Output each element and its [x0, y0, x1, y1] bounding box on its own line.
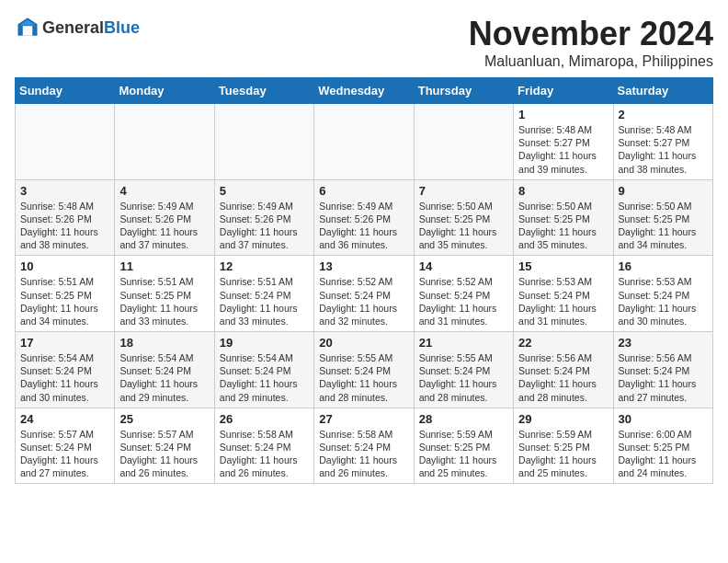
logo-blue: Blue [104, 18, 140, 37]
day-info: Sunrise: 5:57 AM Sunset: 5:24 PM Dayligh… [119, 428, 209, 480]
day-info: Sunrise: 5:51 AM Sunset: 5:25 PM Dayligh… [20, 275, 109, 327]
table-row: 22Sunrise: 5:56 AM Sunset: 5:24 PM Dayli… [514, 332, 613, 408]
day-info: Sunrise: 5:48 AM Sunset: 5:27 PM Dayligh… [518, 123, 608, 176]
day-info: Sunrise: 5:57 AM Sunset: 5:24 PM Dayligh… [20, 428, 109, 480]
day-number: 1 [518, 108, 608, 121]
col-tuesday: Tuesday [214, 78, 313, 104]
day-number: 27 [319, 412, 408, 426]
calendar-week-row: 10Sunrise: 5:51 AM Sunset: 5:25 PM Dayli… [16, 256, 713, 332]
day-number: 28 [419, 412, 508, 426]
day-info: Sunrise: 5:56 AM Sunset: 5:24 PM Dayligh… [518, 351, 608, 404]
day-number: 11 [119, 259, 209, 273]
day-info: Sunrise: 5:49 AM Sunset: 5:26 PM Dayligh… [319, 200, 408, 252]
table-row: 27Sunrise: 5:58 AM Sunset: 5:24 PM Dayli… [314, 408, 414, 484]
day-info: Sunrise: 5:52 AM Sunset: 5:24 PM Dayligh… [419, 275, 508, 327]
calendar-week-row: 17Sunrise: 5:54 AM Sunset: 5:24 PM Dayli… [16, 332, 713, 408]
table-row: 4Sunrise: 5:49 AM Sunset: 5:26 PM Daylig… [115, 179, 214, 256]
day-info: Sunrise: 5:56 AM Sunset: 5:24 PM Dayligh… [619, 351, 708, 404]
day-number: 18 [119, 336, 209, 350]
day-info: Sunrise: 5:55 AM Sunset: 5:24 PM Dayligh… [419, 351, 508, 404]
logo-general: General [42, 18, 104, 37]
day-number: 8 [518, 184, 608, 198]
day-number: 17 [20, 336, 109, 350]
col-saturday: Saturday [613, 78, 712, 104]
calendar-week-row: 24Sunrise: 5:57 AM Sunset: 5:24 PM Dayli… [16, 408, 713, 484]
day-info: Sunrise: 5:49 AM Sunset: 5:26 PM Dayligh… [119, 200, 209, 252]
table-row: 6Sunrise: 5:49 AM Sunset: 5:26 PM Daylig… [314, 179, 414, 256]
title-block: November 2024 Maluanluan, Mimaropa, Phil… [469, 15, 713, 70]
day-number: 24 [20, 412, 109, 426]
table-row: 19Sunrise: 5:54 AM Sunset: 5:24 PM Dayli… [214, 332, 313, 408]
table-row: 24Sunrise: 5:57 AM Sunset: 5:24 PM Dayli… [16, 408, 115, 484]
day-number: 16 [619, 259, 708, 273]
day-info: Sunrise: 5:50 AM Sunset: 5:25 PM Dayligh… [518, 200, 608, 252]
table-row: 12Sunrise: 5:51 AM Sunset: 5:24 PM Dayli… [214, 256, 313, 332]
day-number: 13 [319, 259, 408, 273]
table-row: 16Sunrise: 5:53 AM Sunset: 5:24 PM Dayli… [613, 256, 712, 332]
day-number: 6 [319, 184, 408, 198]
location-subtitle: Maluanluan, Mimaropa, Philippines [469, 53, 713, 70]
table-row: 1Sunrise: 5:48 AM Sunset: 5:27 PM Daylig… [514, 104, 613, 180]
table-row: 11Sunrise: 5:51 AM Sunset: 5:25 PM Dayli… [115, 256, 214, 332]
day-number: 15 [518, 259, 608, 273]
logo-text: GeneralBlue [42, 18, 140, 38]
page-header: GeneralBlue November 2024 Maluanluan, Mi… [15, 15, 713, 70]
day-info: Sunrise: 5:58 AM Sunset: 5:24 PM Dayligh… [319, 428, 408, 480]
table-row [115, 104, 214, 180]
table-row: 25Sunrise: 5:57 AM Sunset: 5:24 PM Dayli… [115, 408, 214, 484]
day-info: Sunrise: 5:48 AM Sunset: 5:27 PM Dayligh… [619, 123, 708, 176]
table-row: 26Sunrise: 5:58 AM Sunset: 5:24 PM Dayli… [214, 408, 313, 484]
col-sunday: Sunday [16, 78, 115, 104]
logo: GeneralBlue [15, 15, 140, 40]
day-number: 7 [419, 184, 508, 198]
day-info: Sunrise: 5:50 AM Sunset: 5:25 PM Dayligh… [619, 200, 708, 252]
table-row: 29Sunrise: 5:59 AM Sunset: 5:25 PM Dayli… [514, 408, 613, 484]
day-number: 23 [619, 336, 708, 350]
col-friday: Friday [514, 78, 613, 104]
day-number: 3 [20, 184, 109, 198]
calendar-header-row: Sunday Monday Tuesday Wednesday Thursday… [16, 78, 713, 104]
day-number: 26 [220, 412, 309, 426]
day-info: Sunrise: 5:55 AM Sunset: 5:24 PM Dayligh… [319, 351, 408, 404]
day-info: Sunrise: 5:51 AM Sunset: 5:24 PM Dayligh… [220, 275, 309, 327]
table-row: 23Sunrise: 5:56 AM Sunset: 5:24 PM Dayli… [613, 332, 712, 408]
day-info: Sunrise: 5:50 AM Sunset: 5:25 PM Dayligh… [419, 200, 508, 252]
day-number: 22 [518, 336, 608, 350]
day-info: Sunrise: 5:48 AM Sunset: 5:26 PM Dayligh… [20, 200, 109, 252]
day-info: Sunrise: 5:54 AM Sunset: 5:24 PM Dayligh… [220, 351, 309, 404]
table-row: 9Sunrise: 5:50 AM Sunset: 5:25 PM Daylig… [613, 179, 712, 256]
day-number: 5 [220, 184, 309, 198]
day-info: Sunrise: 5:54 AM Sunset: 5:24 PM Dayligh… [119, 351, 209, 404]
table-row: 7Sunrise: 5:50 AM Sunset: 5:25 PM Daylig… [414, 179, 513, 256]
table-row: 3Sunrise: 5:48 AM Sunset: 5:26 PM Daylig… [16, 179, 115, 256]
table-row: 10Sunrise: 5:51 AM Sunset: 5:25 PM Dayli… [16, 256, 115, 332]
day-info: Sunrise: 5:51 AM Sunset: 5:25 PM Dayligh… [119, 275, 209, 327]
table-row [16, 104, 115, 180]
calendar-week-row: 3Sunrise: 5:48 AM Sunset: 5:26 PM Daylig… [16, 179, 713, 256]
day-info: Sunrise: 5:54 AM Sunset: 5:24 PM Dayligh… [20, 351, 109, 404]
day-number: 10 [20, 259, 109, 273]
day-number: 9 [619, 184, 708, 198]
calendar-week-row: 1Sunrise: 5:48 AM Sunset: 5:27 PM Daylig… [16, 104, 713, 180]
day-number: 21 [419, 336, 508, 350]
day-info: Sunrise: 5:59 AM Sunset: 5:25 PM Dayligh… [419, 428, 508, 480]
day-number: 12 [220, 259, 309, 273]
day-number: 25 [119, 412, 209, 426]
month-year-title: November 2024 [469, 15, 713, 53]
day-number: 2 [619, 108, 708, 121]
table-row: 15Sunrise: 5:53 AM Sunset: 5:24 PM Dayli… [514, 256, 613, 332]
day-number: 29 [518, 412, 608, 426]
day-info: Sunrise: 5:59 AM Sunset: 5:25 PM Dayligh… [518, 428, 608, 480]
table-row: 2Sunrise: 5:48 AM Sunset: 5:27 PM Daylig… [613, 104, 712, 180]
table-row: 18Sunrise: 5:54 AM Sunset: 5:24 PM Dayli… [115, 332, 214, 408]
table-row: 21Sunrise: 5:55 AM Sunset: 5:24 PM Dayli… [414, 332, 513, 408]
day-number: 20 [319, 336, 408, 350]
day-info: Sunrise: 5:49 AM Sunset: 5:26 PM Dayligh… [220, 200, 309, 252]
day-number: 19 [220, 336, 309, 350]
day-info: Sunrise: 5:52 AM Sunset: 5:24 PM Dayligh… [319, 275, 408, 327]
col-monday: Monday [115, 78, 214, 104]
table-row: 28Sunrise: 5:59 AM Sunset: 5:25 PM Dayli… [414, 408, 513, 484]
svg-rect-2 [23, 26, 33, 36]
day-info: Sunrise: 5:53 AM Sunset: 5:24 PM Dayligh… [518, 275, 608, 327]
table-row: 5Sunrise: 5:49 AM Sunset: 5:26 PM Daylig… [214, 179, 313, 256]
